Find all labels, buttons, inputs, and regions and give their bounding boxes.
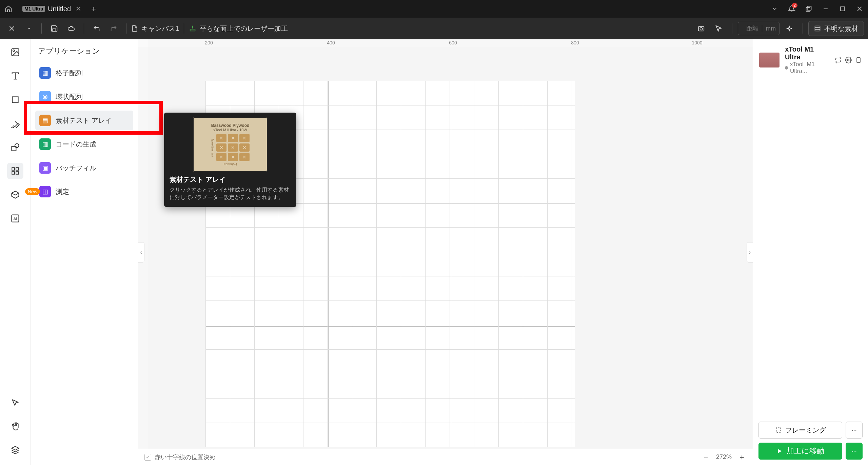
app-item-label: バッチフィル <box>56 163 96 173</box>
material-label: 不明な素材 <box>824 24 858 33</box>
distance-input-group: mm <box>738 22 780 35</box>
ruler-tick: 400 <box>327 40 335 45</box>
pen-tool-icon[interactable] <box>7 115 23 132</box>
distance-unit: mm <box>762 25 779 32</box>
svg-rect-31 <box>857 58 860 63</box>
text-tool-icon[interactable] <box>7 68 23 84</box>
framing-button[interactable]: フレーミング <box>758 422 842 439</box>
svg-rect-23 <box>12 168 15 170</box>
document-tab[interactable]: M1 Ultra Untitled ✕ <box>17 0 87 18</box>
redo-icon[interactable] <box>106 21 121 36</box>
canvas-workspace[interactable]: 200 400 600 800 1000 1200 ‹ › ✓ 赤い十字線の位置… <box>138 39 753 465</box>
svg-rect-24 <box>16 168 19 170</box>
new-tab-button[interactable]: ＋ <box>87 4 100 14</box>
svg-rect-25 <box>12 172 15 174</box>
framing-more-button[interactable]: ⋯ <box>846 422 863 439</box>
tooltip-thumb-sub: xTool M1Ultra - 10W <box>213 128 247 132</box>
swap-device-icon[interactable] <box>835 57 842 63</box>
hand-tool-icon[interactable] <box>7 418 23 434</box>
auto-focus-icon[interactable] <box>782 21 797 36</box>
minimize-icon[interactable] <box>817 0 834 17</box>
new-badge: New <box>25 188 40 195</box>
undo-icon[interactable] <box>89 21 104 36</box>
layers-tool-icon[interactable] <box>7 442 23 458</box>
titlebar: M1 Ultra Untitled ✕ ＋ 2 <box>0 0 868 18</box>
app-item-label: 素材テスト アレイ <box>56 116 112 125</box>
app-item-measure[interactable]: New ◫ 測定 <box>35 182 133 201</box>
processing-mode[interactable]: 平らな面上でのレーザー加工 <box>189 24 288 33</box>
status-bar: ✓ 赤い十字線の位置決め − 272% ＋ <box>138 449 753 465</box>
collapse-left-panel[interactable]: ‹ <box>138 242 144 263</box>
distance-input[interactable] <box>738 25 762 32</box>
shape-tool-icon[interactable] <box>7 139 23 155</box>
ruler-tick: 600 <box>449 40 457 45</box>
cloud-sync-icon[interactable] <box>63 21 79 36</box>
ruler-tick: 1000 <box>692 40 702 45</box>
device-tag-badge: M1 Ultra <box>22 6 45 12</box>
canvas-selector[interactable]: キャンバス1 <box>131 24 179 33</box>
status-dot-icon <box>785 66 788 70</box>
material-test-icon: ▤ <box>39 115 51 126</box>
grid-array-icon: ▦ <box>39 67 51 79</box>
device-thumbnail <box>759 53 780 67</box>
window-close-icon[interactable] <box>851 0 868 17</box>
app-item-batch-fill[interactable]: ▣ バッチフィル <box>35 158 133 178</box>
svg-rect-0 <box>807 6 811 11</box>
cursor-target-icon[interactable] <box>711 21 727 36</box>
chevron-down-icon[interactable] <box>21 21 37 36</box>
settings-icon[interactable] <box>845 57 852 63</box>
ruler-tick: 800 <box>571 40 579 45</box>
material-selector[interactable]: 不明な素材 <box>808 21 864 36</box>
crosshair-label: 赤い十字線の位置決め <box>155 453 216 461</box>
pin-panel-icon[interactable] <box>855 57 862 63</box>
package-tool-icon[interactable] <box>7 187 23 203</box>
ruler-tick: 200 <box>205 40 213 45</box>
zoom-out-button[interactable]: − <box>701 452 711 462</box>
collapse-right-panel[interactable]: › <box>747 242 753 263</box>
measure-icon: ◫ <box>39 186 51 197</box>
camera-icon[interactable] <box>693 21 709 36</box>
canvas-label: キャンバス1 <box>141 24 179 33</box>
pointer-tool-icon[interactable] <box>7 394 23 411</box>
device-name: xTool M1 Ultra <box>785 45 829 61</box>
tooltip-title: 素材テスト アレイ <box>170 175 291 184</box>
process-more-button[interactable]: ⋯ <box>846 443 863 460</box>
ai-tool-icon[interactable]: AI <box>7 210 23 227</box>
tab-title: Untitled <box>48 5 71 13</box>
app-item-circular-array[interactable]: ◉ 環状配列 <box>35 87 133 106</box>
svg-rect-1 <box>806 7 810 12</box>
tooltip-preview: Basswood Plywood xTool M1Ultra - 10W Spe… <box>193 117 268 172</box>
process-go-button[interactable]: 加工に移動 <box>758 443 842 460</box>
zoom-in-button[interactable]: ＋ <box>737 452 747 462</box>
chevron-down-icon[interactable] <box>766 0 783 17</box>
app-item-grid-array[interactable]: ▦ 格子配列 <box>35 63 133 83</box>
svg-marker-29 <box>12 446 19 450</box>
application-panel: アプリケーション ▦ 格子配列 ◉ 環状配列 ▤ 素材テスト アレイ ▥ コード… <box>31 39 138 465</box>
laser-mode-icon <box>189 25 196 32</box>
batch-fill-icon: ▣ <box>39 162 51 174</box>
save-icon[interactable] <box>46 21 62 36</box>
svg-point-22 <box>15 144 19 148</box>
right-panel: xTool M1 Ultra xTool_M1 Ultra... <box>753 39 868 465</box>
home-icon[interactable] <box>0 0 17 17</box>
app-menu-button[interactable] <box>4 21 20 36</box>
image-tool-icon[interactable] <box>7 44 23 60</box>
app-item-material-test-array[interactable]: ▤ 素材テスト アレイ <box>35 111 133 130</box>
svg-marker-33 <box>778 449 782 453</box>
zoom-value: 272% <box>716 453 732 461</box>
apps-tool-icon[interactable] <box>7 163 23 179</box>
svg-rect-9 <box>190 29 195 31</box>
app-item-code-generation[interactable]: ▥ コードの生成 <box>35 134 133 154</box>
app-item-label: 測定 <box>56 187 69 196</box>
svg-point-17 <box>13 50 15 52</box>
application-panel-header: アプリケーション <box>31 39 138 63</box>
go-label: 加工に移動 <box>787 446 824 456</box>
close-icon[interactable]: ✕ <box>76 5 81 13</box>
crosshair-checkbox[interactable]: ✓ <box>144 454 151 461</box>
maximize-icon[interactable] <box>834 0 851 17</box>
mode-label: 平らな面上でのレーザー加工 <box>200 24 288 33</box>
notifications-icon[interactable]: 2 <box>783 0 800 17</box>
rectangle-tool-icon[interactable] <box>7 92 23 108</box>
windows-icon[interactable] <box>800 0 817 17</box>
toolbar: キャンバス1 平らな面上でのレーザー加工 mm 不明な素材 <box>0 18 868 39</box>
